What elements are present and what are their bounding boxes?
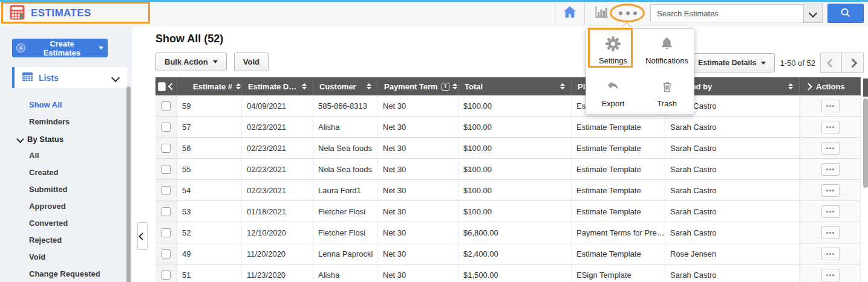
menu-item-settings[interactable]: Settings bbox=[586, 29, 640, 72]
cell-estimate_no: 53 bbox=[177, 201, 242, 222]
app-logo[interactable]: ESTIMATES bbox=[10, 4, 91, 22]
sidebar-group-by-status[interactable]: By Status bbox=[0, 130, 127, 147]
sidebar-item-show-all[interactable]: Show All bbox=[0, 97, 127, 114]
table-row: 5111/23/2020AlishaNet 30$1,500.00ESign T… bbox=[155, 264, 861, 282]
cell-estimate_no: 49 bbox=[177, 243, 242, 264]
column-customer[interactable]: Customer bbox=[313, 77, 378, 95]
prev-page-button[interactable] bbox=[820, 53, 842, 73]
app-title: ESTIMATES bbox=[31, 7, 91, 19]
row-actions-button[interactable] bbox=[821, 142, 840, 155]
top-bar: ESTIMATES bbox=[0, 2, 868, 25]
menu-item-export[interactable]: Export bbox=[586, 72, 640, 115]
row-actions-button[interactable] bbox=[821, 248, 840, 260]
sort-icon[interactable] bbox=[560, 83, 565, 89]
cell-estimate_date: 01/18/2021 bbox=[242, 201, 313, 222]
bell-icon bbox=[659, 35, 674, 52]
popup-menu-grid: SettingsNotificationsExportTrash bbox=[586, 29, 694, 114]
cell-customer: Nela Sea foods bbox=[313, 159, 378, 179]
row-checkbox[interactable] bbox=[162, 207, 171, 216]
sidebar-item-submitted[interactable]: Submitted bbox=[0, 181, 127, 198]
menu-item-trash[interactable]: Trash bbox=[640, 72, 694, 115]
chevron-left-icon bbox=[826, 58, 836, 68]
row-actions-button[interactable] bbox=[821, 121, 840, 133]
filter-icon[interactable] bbox=[442, 83, 449, 91]
select-all-checkbox[interactable] bbox=[158, 82, 166, 91]
sidebar-item-created[interactable]: Created bbox=[0, 164, 127, 181]
row-checkbox[interactable] bbox=[162, 101, 171, 111]
sidebar-item-approved[interactable]: Approved bbox=[0, 198, 127, 215]
sidebar-item-all[interactable]: All bbox=[0, 147, 127, 164]
cell-checkbox bbox=[155, 201, 177, 222]
column-estimate_no[interactable]: Estimate # bbox=[177, 77, 242, 95]
search-input[interactable] bbox=[650, 4, 803, 22]
void-button[interactable]: Void bbox=[234, 53, 269, 71]
cell-checkbox bbox=[155, 138, 177, 158]
cell-template: Estimate Template bbox=[572, 243, 665, 264]
row-actions-button[interactable] bbox=[821, 100, 840, 112]
expand-actions-icon[interactable] bbox=[804, 83, 812, 91]
table-row: 5702/23/2021AlishaNet 30$100.00Estimate … bbox=[155, 117, 861, 138]
row-actions-button[interactable] bbox=[821, 163, 840, 176]
search-scope-dropdown[interactable] bbox=[803, 4, 823, 23]
cell-created_by: Sarah Castro bbox=[665, 222, 800, 243]
collapse-columns-icon[interactable] bbox=[168, 83, 175, 90]
display-dropdown[interactable]: Estimate Details bbox=[689, 53, 775, 72]
ellipsis-icon bbox=[619, 11, 622, 15]
sidebar-lists-header[interactable]: Lists bbox=[12, 67, 127, 88]
row-actions-button[interactable] bbox=[821, 205, 840, 218]
table-row: 5402/23/2021Laura Ford1Net 30$100.00Esti… bbox=[155, 180, 861, 201]
row-checkbox[interactable] bbox=[162, 271, 171, 280]
row-checkbox[interactable] bbox=[162, 228, 171, 237]
column-total[interactable]: Total bbox=[458, 77, 572, 95]
cell-customer: Nela Sea foods bbox=[313, 138, 378, 158]
sidebar-item-converted[interactable]: Converted bbox=[0, 215, 127, 232]
row-actions-button[interactable] bbox=[821, 226, 840, 239]
sidebar-scrollbar-thumb[interactable] bbox=[126, 87, 131, 282]
column-actions[interactable]: Actions bbox=[800, 77, 861, 95]
cell-created_by: Sarah Castro bbox=[665, 117, 800, 137]
cell-template: ESign Template bbox=[572, 264, 665, 282]
cell-checkbox bbox=[155, 180, 177, 200]
sort-icon[interactable] bbox=[302, 83, 307, 89]
cell-estimate_no: 51 bbox=[177, 264, 242, 282]
search-button[interactable] bbox=[827, 4, 864, 23]
table-scrollbar[interactable] bbox=[863, 79, 868, 263]
cell-payment_term: Net 30 bbox=[378, 95, 458, 116]
create-estimates-button[interactable]: Create Estimates bbox=[12, 39, 108, 57]
menu-item-notifications[interactable]: Notifications bbox=[640, 29, 694, 72]
sidebar-scrollbar[interactable] bbox=[126, 85, 131, 282]
row-actions-button[interactable] bbox=[821, 184, 840, 197]
sort-icon[interactable] bbox=[452, 83, 457, 89]
row-checkbox[interactable] bbox=[162, 165, 171, 174]
cell-payment_term: Net 30 bbox=[378, 117, 458, 137]
chevron-down-icon bbox=[16, 135, 24, 143]
row-actions-button[interactable] bbox=[821, 269, 840, 281]
sort-icon[interactable] bbox=[788, 83, 793, 89]
reports-button[interactable] bbox=[593, 4, 609, 22]
sidebar-item-void[interactable]: Void bbox=[0, 249, 127, 266]
home-button[interactable] bbox=[555, 2, 585, 25]
column-payment_term[interactable]: Payment Term bbox=[378, 77, 458, 95]
row-checkbox[interactable] bbox=[162, 249, 171, 258]
sidebar-collapse-handle[interactable] bbox=[137, 222, 148, 250]
cell-total: $2,400.00 bbox=[458, 243, 572, 264]
column-estimate_date[interactable]: Estimate D… bbox=[242, 77, 313, 95]
row-checkbox[interactable] bbox=[162, 144, 171, 153]
sort-icon[interactable] bbox=[367, 83, 371, 89]
sidebar-item-rejected[interactable]: Rejected bbox=[0, 232, 127, 249]
column-checkbox[interactable] bbox=[155, 77, 177, 95]
bulk-action-button[interactable]: Bulk Action bbox=[155, 53, 227, 71]
ellipsis-menu-button[interactable] bbox=[616, 7, 639, 20]
table-scrollbar-thumb[interactable] bbox=[863, 98, 868, 188]
cell-template: Estimate Template bbox=[572, 201, 665, 222]
sidebar-item-reminders[interactable]: Reminders bbox=[0, 114, 127, 130]
table-header: Estimate #Estimate D…CustomerPayment Ter… bbox=[155, 77, 861, 95]
row-checkbox[interactable] bbox=[162, 123, 171, 132]
sort-icon[interactable] bbox=[236, 83, 241, 89]
cell-customer: Laura Ford1 bbox=[313, 180, 378, 200]
row-checkbox[interactable] bbox=[162, 186, 171, 195]
cell-estimate_date: 12/10/2020 bbox=[242, 222, 313, 243]
cell-customer: Lenna Paprocki bbox=[313, 243, 378, 264]
next-page-button[interactable] bbox=[842, 53, 864, 73]
sidebar-item-change-requested[interactable]: Change Requested bbox=[0, 266, 127, 282]
